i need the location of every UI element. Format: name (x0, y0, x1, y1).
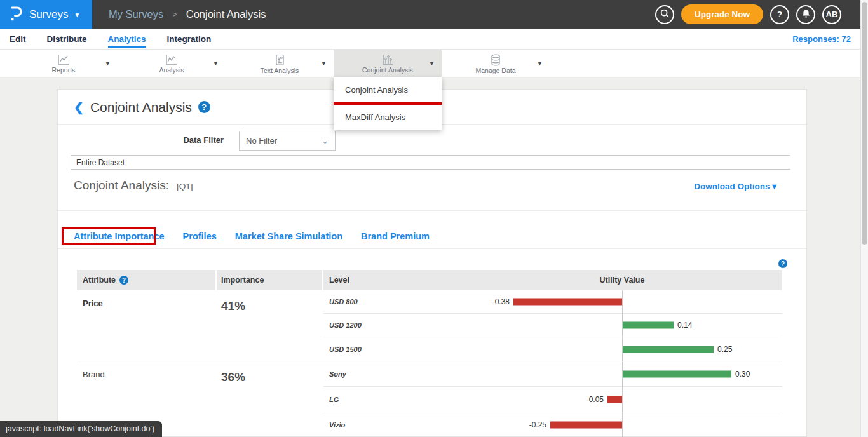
bar-value: -0.05 (587, 395, 604, 404)
page-help-icon[interactable]: ? (198, 101, 210, 113)
level-row: Vizio -0.25 (323, 412, 782, 437)
help-button[interactable]: ? (770, 5, 789, 24)
download-options-link[interactable]: Download Options ▾ (694, 181, 776, 191)
level-label: LG (323, 396, 471, 403)
attribute-help-icon[interactable]: ? (119, 276, 128, 285)
tab-brand-premium[interactable]: Brand Premium (361, 231, 430, 241)
nav-item-edit[interactable]: Edit (10, 30, 26, 48)
bar (513, 299, 622, 306)
column-header-level: Level Utility Value (323, 270, 782, 290)
level-row: USD 1500 0.25 (323, 337, 782, 361)
product-name: Surveys (29, 8, 68, 21)
bar-value: -0.25 (529, 420, 546, 429)
text-analysis-dropdown-caret[interactable]: ▼ (321, 60, 327, 67)
questionpro-logo-icon (8, 5, 24, 24)
bar (623, 370, 731, 377)
tab-market-share-simulation[interactable]: Market Share Simulation (235, 231, 342, 241)
conjoint-analysis-panel: ❮ Conjoint Analysis ? Data Filter No Fil… (57, 89, 807, 437)
section-title: Conjoint Analysis: (74, 178, 169, 192)
status-bar-link-preview: javascript: loadNavLink('showConjoint.do… (0, 421, 162, 437)
toolbar-item-conjoint-analysis[interactable]: Conjoint Analysis ▼ (334, 50, 442, 77)
utility-bar-sony: 0.30 (471, 361, 782, 386)
level-label: USD 800 (323, 298, 471, 306)
back-chevron-icon[interactable]: ❮ (74, 100, 84, 114)
breadcrumb-separator-icon: > (172, 10, 177, 19)
breadcrumb-my-surveys[interactable]: My Surveys (109, 8, 163, 20)
responses-count[interactable]: Responses: 72 (792, 34, 851, 44)
search-button[interactable] (655, 5, 674, 24)
manage-data-icon (490, 54, 501, 66)
level-label: Vizio (323, 421, 471, 429)
utility-bar-vizio: -0.25 (471, 412, 782, 437)
toolbar-item-reports[interactable]: Reports ▼ (10, 50, 118, 77)
divider (58, 210, 806, 211)
avatar[interactable]: AB (822, 5, 841, 24)
importance-value: 36% (217, 361, 323, 437)
analysis-dropdown-caret[interactable]: ▼ (213, 60, 219, 67)
utility-bar-lg: -0.05 (471, 387, 782, 412)
utility-bar-usd-800: -0.38 (471, 290, 782, 313)
column-header-utility-value: Utility Value (600, 276, 645, 285)
attribute-importance-table: Attribute ? Importance Level Utility Val… (77, 270, 782, 437)
search-icon (660, 8, 670, 20)
chevron-down-icon: ▼ (74, 11, 80, 18)
menu-item-maxdiff-analysis[interactable]: MaxDiff Analysis (334, 105, 442, 130)
result-tabs: Attribute Importance Profiles Market Sha… (74, 231, 430, 241)
data-filter-value: No Filter (246, 136, 277, 145)
product-switcher[interactable]: Surveys ▼ (0, 0, 92, 29)
tab-profiles[interactable]: Profiles (183, 231, 217, 241)
data-filter-select[interactable]: No Filter ⌄ (239, 131, 336, 151)
zero-axis-line (622, 361, 623, 437)
level-row: USD 800 -0.38 (323, 290, 782, 314)
importance-value: 41% (217, 290, 323, 361)
zero-axis-line (622, 290, 623, 361)
utility-bar-usd-1200: 0.14 (471, 314, 782, 337)
data-filter-row: Data Filter No Filter ⌄ (58, 131, 806, 150)
dataset-input[interactable] (71, 155, 790, 170)
bar (623, 346, 714, 353)
level-label: USD 1500 (323, 346, 471, 353)
menu-item-conjoint-analysis[interactable]: Conjoint Analysis (334, 77, 442, 102)
bar-value: -0.38 (492, 297, 510, 306)
conjoint-analysis-dropdown-caret[interactable]: ▼ (429, 60, 435, 67)
notifications-button[interactable] (796, 5, 815, 24)
bar-value: 0.30 (735, 370, 750, 379)
breadcrumb: My Surveys > Conjoint Analysis (92, 0, 655, 29)
analysis-icon (165, 54, 178, 65)
table-header-row: Attribute ? Importance Level Utility Val… (77, 270, 782, 290)
chevron-down-icon: ▾ (772, 182, 776, 191)
table-row-brand: Brand 36% Sony 0.30 LG -0.05 (77, 361, 782, 437)
level-row: LG -0.05 (323, 387, 782, 412)
tab-attribute-importance[interactable]: Attribute Importance (74, 231, 165, 241)
reports-dropdown-caret[interactable]: ▼ (105, 60, 111, 67)
nav-item-integration[interactable]: Integration (167, 30, 212, 48)
bar (550, 422, 622, 429)
top-header: Surveys ▼ My Surveys > Conjoint Analysis… (0, 0, 860, 29)
table-help-icon[interactable]: ? (778, 259, 787, 268)
nav-item-analytics[interactable]: Analytics (108, 30, 146, 48)
bar (623, 322, 674, 329)
column-header-attribute: Attribute ? (77, 270, 215, 290)
conjoint-analysis-icon (381, 54, 394, 65)
level-label: USD 1200 (323, 321, 471, 329)
bar-value: 0.14 (677, 321, 692, 330)
level-row: USD 1200 0.14 (323, 314, 782, 337)
toolbar-item-manage-data[interactable]: Manage Data ▼ (442, 50, 550, 77)
survey-nav: Edit Distribute Analytics Integration Re… (0, 29, 860, 50)
level-label: Sony (323, 370, 471, 378)
data-filter-label: Data Filter (183, 135, 224, 145)
toolbar-item-analysis[interactable]: Analysis ▼ (118, 50, 226, 77)
conjoint-dropdown-menu: Conjoint Analysis MaxDiff Analysis (334, 77, 442, 130)
nav-item-distribute[interactable]: Distribute (47, 30, 87, 48)
breadcrumb-current: Conjoint Analysis (186, 8, 266, 20)
upgrade-now-button[interactable]: Upgrade Now (681, 4, 763, 24)
header-actions: Upgrade Now ? AB (655, 0, 860, 29)
toolbar-item-text-analysis[interactable]: Text Analysis ▼ (226, 50, 334, 77)
analytics-toolbar: Reports ▼ Analysis ▼ Text Analysis ▼ Con… (0, 50, 860, 77)
vertical-scrollbar[interactable] (860, 0, 868, 437)
scrollbar-thumb[interactable] (862, 2, 867, 245)
level-row: Sony 0.30 (323, 361, 782, 387)
bell-icon (801, 9, 811, 20)
manage-data-dropdown-caret[interactable]: ▼ (537, 60, 543, 67)
table-row-price: Price 41% USD 800 -0.38 USD 1200 0.14 (77, 290, 782, 361)
